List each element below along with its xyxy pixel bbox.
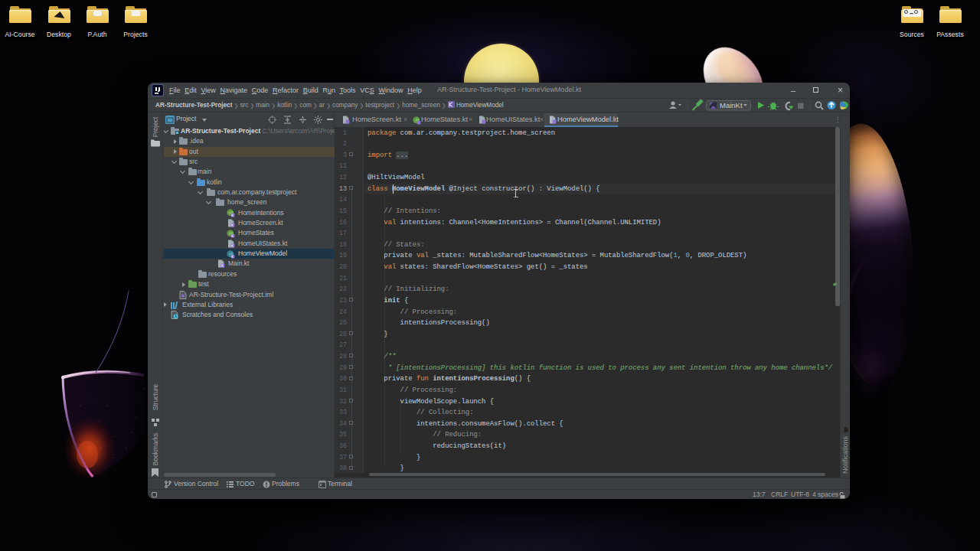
svg-text:MainKt: MainKt (720, 101, 743, 109)
